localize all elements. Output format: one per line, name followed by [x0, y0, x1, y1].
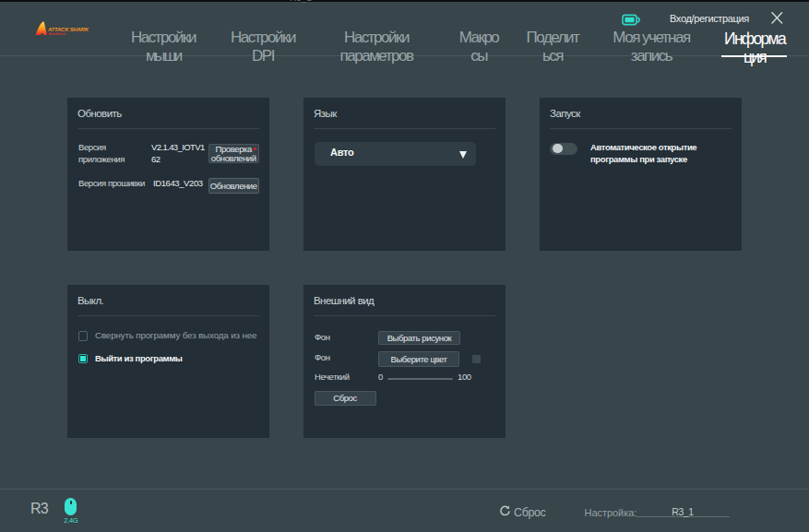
svg-text:ATTACK SHARK: ATTACK SHARK — [47, 27, 89, 32]
svg-text:AttackShark: AttackShark — [48, 32, 66, 36]
